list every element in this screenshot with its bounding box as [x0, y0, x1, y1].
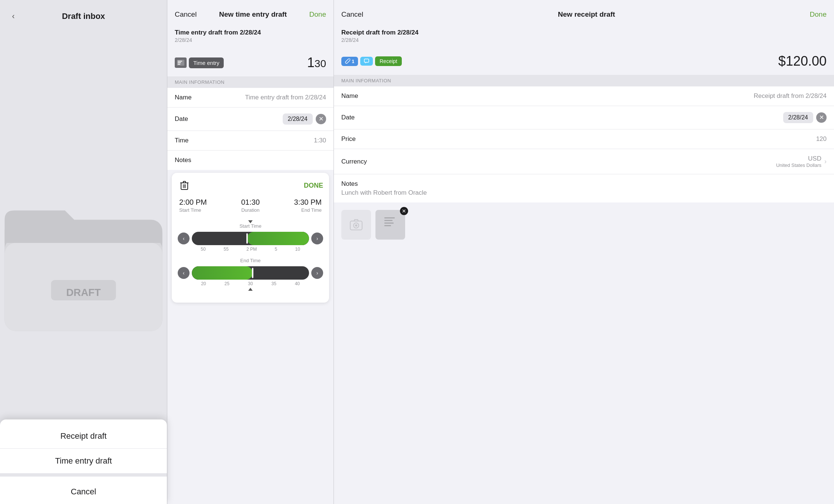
name-value[interactable]: Time entry draft from 2/28/24	[204, 94, 326, 101]
start-slider-left-arrow[interactable]: ‹	[178, 233, 190, 244]
receipt-draft-option[interactable]: Receipt draft	[0, 424, 167, 449]
price-value[interactable]: 120	[371, 135, 827, 143]
svg-rect-20	[384, 217, 395, 218]
panel3-draft-info: Receipt draft from 2/28/24 2/28/24	[334, 24, 834, 49]
tick-25: 25	[224, 281, 229, 286]
time-picker-done-button[interactable]: DONE	[304, 182, 323, 190]
date-pill-value[interactable]: 2/28/24	[283, 113, 313, 125]
receipt-doc-icon	[381, 214, 400, 236]
camera-icon	[349, 217, 364, 232]
svg-rect-23	[384, 225, 391, 226]
end-time-slider-section: End Time ‹ › 20 25 30 35 40	[178, 258, 323, 291]
right-arrow-icon: ›	[316, 270, 318, 276]
start-time-pointer	[248, 220, 253, 223]
time-label: Time	[175, 137, 204, 144]
close-icon: ✕	[402, 208, 406, 214]
price-label: Price	[341, 135, 371, 143]
entry-badge-row: Time entry 130	[167, 49, 334, 76]
panel1-title: Draft inbox	[19, 11, 148, 21]
attachment-count: 1	[352, 59, 354, 64]
end-slider-right-arrow[interactable]: ›	[311, 267, 323, 279]
end-slider-left-arrow[interactable]: ‹	[178, 267, 190, 279]
entry-badge: Time entry	[175, 57, 224, 68]
start-slider-labels: 50 55 2 PM 5 10	[178, 245, 323, 252]
draft-inbox-panel: ‹ Draft inbox DRAFT Receipt draft Time e…	[0, 0, 167, 504]
currency-row[interactable]: Currency USD United States Dollars ›	[334, 149, 834, 174]
receipt-panel: Cancel New receipt draft Done Receipt dr…	[334, 0, 834, 504]
panel1-header: ‹ Draft inbox	[0, 0, 167, 28]
close-icon: ✕	[319, 116, 324, 122]
end-time-block: 3:30 PM End Time	[294, 198, 322, 213]
panel2-cancel-button[interactable]: Cancel	[175, 10, 197, 19]
date-clear-button[interactable]: ✕	[316, 114, 326, 124]
receipt-date-value[interactable]: 2/28/24	[783, 112, 813, 123]
start-slider-right-arrow[interactable]: ›	[311, 233, 323, 244]
time-hours: 1	[307, 55, 315, 70]
receipt-date-pill: 2/28/24 ✕	[783, 112, 827, 123]
end-time-label: End Time	[301, 207, 322, 213]
receipt-notes-value[interactable]: Lunch with Robert from Oracle	[341, 189, 827, 197]
start-time-label: Start Time	[179, 207, 201, 213]
receipt-thumbnail: ✕	[375, 210, 405, 240]
panel3-done-button[interactable]: Done	[810, 10, 827, 19]
left-arrow-icon: ‹	[183, 270, 185, 276]
receipt-notes-row: Notes Lunch with Robert from Oracle	[334, 174, 834, 202]
receipt-badge: Receipt	[375, 56, 401, 66]
price-row: Price 120	[334, 129, 834, 149]
delete-button[interactable]	[178, 179, 191, 192]
receipt-amount: $120.00	[778, 53, 827, 69]
panel2-done-button[interactable]: Done	[309, 10, 326, 19]
name-row: Name Time entry draft from 2/28/24	[167, 88, 334, 108]
end-time-slider-label: End Time	[178, 258, 323, 263]
back-button[interactable]: ‹	[7, 10, 19, 22]
panel3-draft-date: 2/28/24	[341, 37, 827, 43]
right-arrow-icon: ›	[316, 235, 318, 241]
panel2-section-header: MAIN INFORMATION	[167, 76, 334, 88]
remove-receipt-button[interactable]: ✕	[400, 207, 408, 215]
panel2-draft-info: Time entry draft from 2/28/24 2/28/24	[167, 24, 334, 49]
time-entry-draft-option[interactable]: Time entry draft	[0, 449, 167, 474]
receipt-date-clear-button[interactable]: ✕	[816, 112, 827, 123]
cancel-option[interactable]: Cancel	[0, 480, 167, 504]
bottom-sheet-divider	[0, 474, 167, 477]
time-value[interactable]: 1:30	[204, 137, 326, 144]
receipt-badges: 1 Receipt	[341, 56, 402, 66]
end-time-value: 3:30 PM	[294, 198, 322, 207]
tick-35: 35	[271, 281, 276, 286]
panel3-draft-title: Receipt draft from 2/28/24	[341, 29, 827, 36]
tick-55: 55	[224, 247, 229, 252]
trash-icon	[180, 181, 188, 190]
currency-right: USD United States Dollars ›	[776, 155, 827, 168]
time-minutes: 30	[315, 58, 326, 69]
start-time-slider-container: ‹ ›	[178, 232, 323, 245]
message-badge	[360, 57, 373, 66]
panel3-cancel-button[interactable]: Cancel	[341, 10, 363, 19]
time-entry-panel: Cancel New time entry draft Done Time en…	[167, 0, 334, 504]
receipt-date-row: Date 2/28/24 ✕	[334, 106, 834, 129]
receipt-name-value[interactable]: Receipt draft from 2/28/24	[371, 92, 827, 100]
left-arrow-icon: ‹	[183, 235, 185, 241]
tick-40: 40	[295, 281, 300, 286]
notes-row: Notes	[167, 151, 334, 170]
receipt-name-label: Name	[341, 92, 371, 100]
start-time-value: 2:00 PM	[179, 198, 207, 207]
panel2-draft-title: Time entry draft from 2/28/24	[175, 29, 326, 36]
start-time-block: 2:00 PM Start Time	[179, 198, 207, 213]
svg-rect-21	[384, 220, 393, 221]
time-picker-header: DONE	[178, 179, 323, 192]
receipt-date-label: Date	[341, 114, 371, 121]
receipt-name-row: Name Receipt draft from 2/28/24	[334, 86, 834, 106]
end-time-slider-container: ‹ ›	[178, 266, 323, 280]
panel2-draft-date: 2/28/24	[175, 37, 326, 43]
name-label: Name	[175, 94, 204, 101]
panel2-header: Cancel New time entry draft Done	[167, 0, 334, 24]
end-slider-track[interactable]	[192, 266, 309, 280]
add-image-button[interactable]	[341, 210, 371, 240]
time-display-row: 2:00 PM Start Time 01:30 Duration 3:30 P…	[178, 198, 323, 213]
svg-rect-8	[178, 64, 180, 65]
start-slider-track[interactable]	[192, 232, 309, 245]
panel3-section-header: MAIN INFORMATION	[334, 75, 834, 86]
message-icon	[364, 59, 369, 64]
end-time-pointer	[248, 288, 253, 291]
panel2-title: New time entry draft	[219, 10, 287, 19]
